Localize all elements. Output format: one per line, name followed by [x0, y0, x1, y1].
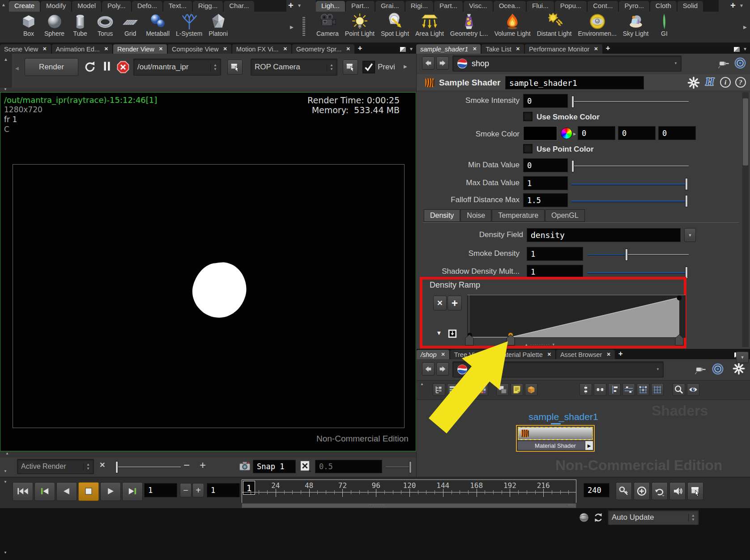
shelf-tab-poly[interactable]: Poly...: [102, 1, 131, 12]
smoke-color-b-input[interactable]: 0: [658, 126, 696, 140]
shelf-tool-sky-light[interactable]: Sky Light: [620, 12, 652, 43]
ramp-point-3[interactable]: [677, 296, 682, 301]
spinner-icon[interactable]: ▲▼: [83, 463, 90, 471]
zoom-icon[interactable]: [673, 383, 685, 396]
shelf-tool-point-light[interactable]: Point Light: [342, 12, 378, 43]
ramp-marker-handle[interactable]: [675, 334, 684, 346]
toolbar-collapse-icon[interactable]: ◀: [15, 66, 19, 71]
close-icon[interactable]: ✕: [594, 46, 598, 52]
pane-tab-tree-vi[interactable]: Tree Vi...✕: [450, 350, 493, 359]
network-canvas[interactable]: Shaders Non-Commercial Edition sample_sh…: [417, 400, 750, 477]
pane-collapse-down-icon[interactable]: ▼: [4, 470, 7, 473]
shelf-overflow-right-icon[interactable]: ▶: [743, 25, 747, 30]
shelf-tab-cont[interactable]: Cont...: [588, 1, 618, 12]
pane-layout-icon[interactable]: [400, 47, 406, 52]
shelf-tab-solid[interactable]: Solid: [678, 1, 703, 12]
ramp-marker-handle-selected[interactable]: [506, 334, 515, 346]
shelf-tool-box[interactable]: Box: [16, 12, 41, 43]
decrement-frame-button[interactable]: −: [180, 483, 192, 497]
forward-icon[interactable]: [436, 362, 449, 376]
ramp-presets-menu-icon[interactable]: ▼: [433, 330, 445, 339]
clear-render-icon[interactable]: ✕: [99, 461, 105, 469]
tree-view-icon[interactable]: [433, 383, 445, 396]
close-icon[interactable]: ✕: [223, 46, 227, 52]
back-icon[interactable]: [422, 56, 435, 70]
current-frame-indicator[interactable]: 1: [243, 481, 255, 495]
pane-tab-performance-monitor[interactable]: Performance Monitor✕: [525, 44, 602, 54]
falloff-distance-max-slider[interactable]: [571, 200, 687, 202]
shelf-overflow-left-icon[interactable]: ▶: [290, 25, 294, 30]
play-forward-button[interactable]: [100, 482, 121, 501]
pane-tab-render-view[interactable]: Render View✕: [113, 44, 167, 54]
end-frame-field[interactable]: 240: [584, 483, 609, 497]
play-reverse-button[interactable]: [56, 482, 77, 501]
back-icon[interactable]: [422, 362, 435, 376]
visibility-icon[interactable]: [687, 383, 699, 396]
pane-tab-shop[interactable]: /shop✕: [417, 350, 449, 359]
pane-layout-icon[interactable]: [496, 383, 509, 396]
align-left-icon[interactable]: [608, 383, 621, 396]
display-expand-bar[interactable]: ▲: [0, 451, 416, 457]
gamma-slider[interactable]: [386, 467, 412, 467]
toolbar-collapse-icon[interactable]: ▲: [420, 382, 424, 386]
shelf-tab-modify[interactable]: Modify: [41, 1, 71, 12]
shelf-tool-sphere[interactable]: Sphere: [41, 12, 68, 43]
choose-rop-icon[interactable]: [227, 59, 243, 75]
shelf-tab-text[interactable]: Text...: [163, 1, 192, 12]
shader-subtab-temperature[interactable]: Temperature: [492, 209, 545, 222]
shelf-tool-platoni[interactable]: Platoni: [205, 12, 231, 43]
toolbar-overflow-icon[interactable]: ▶: [404, 64, 407, 69]
playbar-collapse-icon[interactable]: ▼: [4, 480, 7, 484]
increment-frame-button[interactable]: +: [192, 483, 204, 497]
node-footer[interactable]: Material Shader ▶: [518, 441, 593, 450]
shelf-tool-camera[interactable]: Camera: [313, 12, 342, 43]
close-icon[interactable]: ✕: [283, 46, 287, 52]
shelf-tab-defo[interactable]: Defo...: [132, 1, 162, 12]
shelf-tab-rigg[interactable]: Rigg...: [193, 1, 223, 12]
shelf-menu-right-icon[interactable]: ▼: [739, 4, 744, 8]
param-scrollbar[interactable]: [742, 92, 749, 347]
pane-menu-icon[interactable]: ▼: [409, 47, 413, 51]
timeline-scrollbar[interactable]: ·········· ····: [242, 503, 576, 508]
node-body[interactable]: [518, 427, 593, 440]
chevron-down-icon[interactable]: ▼: [671, 62, 678, 65]
shelf-tab-cloth[interactable]: Cloth: [650, 1, 677, 12]
timeline-ruler[interactable]: 1 24487296120144168192216: [242, 479, 576, 503]
render-display[interactable]: /out/mantra_ipr(raytrace)-15:12:46[1] 12…: [0, 92, 416, 451]
shader-node[interactable]: Material Shader ▶: [516, 425, 595, 452]
pane-tab-motion-fx-vi[interactable]: Motion FX Vi...✕: [232, 44, 291, 54]
pane-tab-sample-shader1[interactable]: sample_shader1✕: [416, 44, 481, 54]
jump-to-start-button[interactable]: [13, 482, 33, 501]
close-icon[interactable]: ✕: [43, 46, 47, 52]
density-field-menu-icon[interactable]: ▼: [684, 228, 696, 242]
min-data-value-slider[interactable]: [571, 165, 689, 166]
shelf-tab-popu[interactable]: Popu...: [555, 1, 587, 12]
smoke-color-g-input[interactable]: 0: [618, 126, 656, 140]
smoke-color-swatch[interactable]: [523, 126, 557, 140]
display-grid-icon[interactable]: [651, 383, 664, 396]
shelf-tool-l-system[interactable]: L-System: [173, 12, 205, 43]
spinner-icon[interactable]: ▲▼: [327, 64, 333, 71]
chevron-down-icon[interactable]: ▼: [653, 368, 660, 371]
choose-camera-icon[interactable]: [343, 59, 358, 75]
refresh-icon[interactable]: [83, 60, 97, 74]
zoom-out-icon[interactable]: −: [183, 459, 190, 471]
pane-resize-grip[interactable]: ▴ ········· ▾: [525, 342, 555, 347]
close-icon[interactable]: ✕: [547, 352, 551, 357]
pause-render-icon[interactable]: [101, 60, 113, 74]
close-icon[interactable]: ✕: [485, 352, 489, 357]
shelf-tool-tube[interactable]: Tube: [68, 12, 93, 43]
align-rows-icon[interactable]: [622, 383, 635, 396]
node-expand-icon[interactable]: ▶: [585, 441, 593, 450]
smoke-intensity-input[interactable]: 0: [523, 94, 568, 108]
sticky-note-icon[interactable]: [511, 383, 523, 396]
pane-tab-animation-ed[interactable]: Animation Ed...✕: [52, 44, 113, 54]
shelf-tool-metaball[interactable]: Metaball: [143, 12, 173, 43]
snap-grid-icon[interactable]: [637, 383, 649, 396]
shelf-menu-left-icon[interactable]: ▼: [297, 4, 302, 8]
smoke-color-r-input[interactable]: 0: [578, 126, 615, 140]
shelf-tool-geometry-l[interactable]: Geometry L...: [447, 12, 491, 43]
close-icon[interactable]: ✕: [473, 46, 477, 52]
spinner-icon[interactable]: ▲▼: [210, 64, 217, 71]
smoke-density-slider[interactable]: [588, 254, 689, 255]
